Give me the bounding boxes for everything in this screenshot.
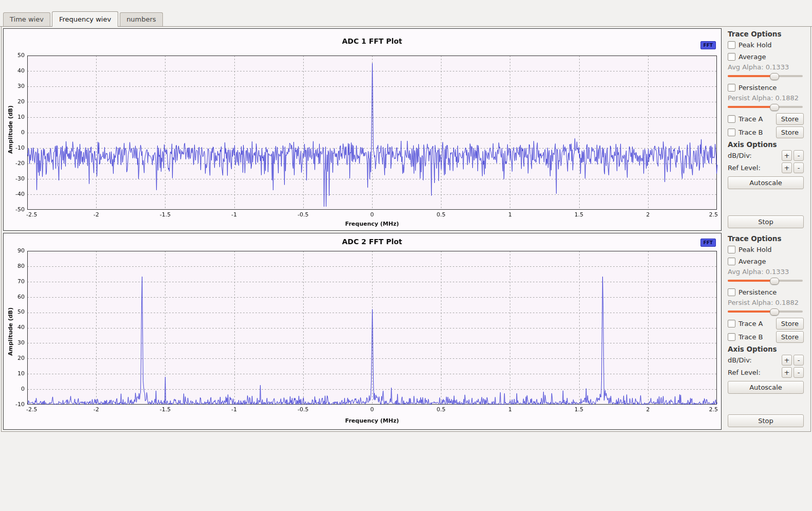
adc2-trace-panel: Trace Options Peak Hold Average Avg Alph…	[725, 233, 807, 430]
ref-level-row: Ref Level: + -	[728, 162, 804, 173]
adc2-plot-title: ADC 2 FFT Plot	[27, 238, 717, 246]
persistence-label: Persistence	[739, 288, 777, 296]
avg-alpha-slider[interactable]	[728, 72, 803, 80]
adc2-plot-panel: ADC 2 FFT Plot FFT Amplitude (dB) Freque…	[3, 233, 722, 430]
slider-fill	[728, 311, 774, 313]
trace-a-store-button[interactable]: Store	[776, 113, 804, 125]
peak-hold-row: Peak Hold	[728, 40, 804, 50]
stop-row: Stop	[728, 215, 804, 228]
db-div-minus-button[interactable]: -	[793, 355, 804, 366]
tab-bar: Time wiev Frequency wiev numbers	[0, 0, 812, 27]
persist-alpha-label: Persist Alpha: 0.1882	[728, 299, 804, 306]
axis-options-title: Axis Options	[728, 344, 804, 353]
avg-alpha-label: Avg Alpha: 0.1333	[728, 268, 804, 276]
stop-button[interactable]: Stop	[728, 215, 804, 228]
ref-level-minus-button[interactable]: -	[793, 367, 804, 378]
empty-bottom-area	[0, 432, 812, 507]
persistence-label: Persistence	[739, 84, 777, 92]
persistence-checkbox[interactable]	[728, 288, 735, 296]
trace-b-row: Trace B Store	[728, 126, 804, 138]
axis-options-title: Axis Options	[728, 140, 804, 149]
adc1-plot-title: ADC 1 FFT Plot	[27, 37, 717, 45]
trace-b-checkbox[interactable]	[728, 129, 735, 136]
adc2-y-axis-label: Amplitude (dB)	[7, 307, 14, 356]
trace-a-store-button[interactable]: Store	[776, 318, 804, 330]
trace-options-title: Trace Options	[728, 234, 804, 243]
average-label: Average	[739, 53, 766, 61]
ref-level-plus-button[interactable]: +	[782, 162, 792, 173]
slider-fill	[728, 106, 774, 108]
persistence-row: Persistence	[728, 82, 804, 93]
trace-a-label: Trace A	[739, 320, 763, 327]
ref-level-label: Ref Level:	[728, 164, 761, 172]
tab-frequency-view[interactable]: Frequency wiev	[52, 11, 118, 27]
adc2-row: ADC 2 FFT Plot FFT Amplitude (dB) Freque…	[3, 233, 809, 430]
slider-handle[interactable]	[770, 73, 779, 80]
trace-a-row: Trace A Store	[728, 318, 804, 330]
peak-hold-label: Peak Hold	[739, 246, 772, 253]
db-div-row: dB/Div: + -	[728, 150, 804, 161]
avg-alpha-label: Avg Alpha: 0.1333	[728, 63, 804, 71]
autoscale-row: Autoscale	[728, 381, 804, 394]
stop-row: Stop	[728, 414, 804, 427]
ref-level-minus-button[interactable]: -	[793, 162, 804, 173]
stop-button[interactable]: Stop	[728, 414, 804, 427]
trace-b-label: Trace B	[739, 333, 763, 341]
slider-handle[interactable]	[770, 278, 779, 285]
db-div-minus-button[interactable]: -	[793, 150, 804, 161]
ref-level-plus-button[interactable]: +	[782, 367, 792, 378]
slider-handle[interactable]	[770, 104, 779, 111]
persist-alpha-label: Persist Alpha: 0.1882	[728, 94, 804, 102]
fft-badge: FFT	[700, 239, 716, 247]
tab-time-view[interactable]: Time wiev	[3, 12, 50, 26]
peak-hold-row: Peak Hold	[728, 244, 804, 254]
average-label: Average	[739, 258, 766, 265]
autoscale-button[interactable]: Autoscale	[728, 381, 804, 394]
adc2-fft-canvas	[4, 233, 721, 429]
average-checkbox[interactable]	[728, 53, 735, 61]
trace-b-row: Trace B Store	[728, 331, 804, 343]
trace-b-checkbox[interactable]	[728, 333, 735, 341]
trace-options-title: Trace Options	[728, 29, 804, 38]
average-checkbox[interactable]	[728, 258, 735, 265]
db-div-plus-button[interactable]: +	[782, 150, 792, 161]
average-row: Average	[728, 256, 804, 266]
fft-badge: FFT	[700, 41, 716, 49]
persist-alpha-slider[interactable]	[728, 308, 803, 315]
frequency-view-page: ADC 1 FFT Plot FFT Amplitude (dB) Freque…	[1, 27, 811, 432]
persistence-checkbox[interactable]	[728, 84, 735, 92]
db-div-label: dB/Div:	[728, 152, 752, 159]
peak-hold-checkbox[interactable]	[728, 246, 735, 253]
ref-level-label: Ref Level:	[728, 369, 761, 376]
trace-a-row: Trace A Store	[728, 113, 804, 125]
db-div-row: dB/Div: + -	[728, 355, 804, 366]
adc1-x-axis-label: Frequency (MHz)	[27, 221, 717, 227]
adc1-y-axis-label: Amplitude (dB)	[7, 105, 14, 154]
peak-hold-checkbox[interactable]	[728, 41, 735, 49]
trace-b-label: Trace B	[739, 129, 763, 136]
db-div-label: dB/Div:	[728, 356, 752, 364]
adc1-trace-panel: Trace Options Peak Hold Average Avg Alph…	[725, 28, 807, 231]
avg-alpha-slider[interactable]	[728, 277, 803, 284]
autoscale-row: Autoscale	[728, 176, 804, 189]
trace-b-store-button[interactable]: Store	[776, 331, 804, 343]
trace-b-store-button[interactable]: Store	[776, 126, 804, 138]
db-div-plus-button[interactable]: +	[782, 355, 792, 366]
adc2-x-axis-label: Frequency (MHz)	[27, 417, 717, 424]
trace-a-checkbox[interactable]	[728, 115, 735, 123]
peak-hold-label: Peak Hold	[739, 41, 772, 49]
slider-handle[interactable]	[770, 308, 779, 316]
slider-fill	[728, 75, 774, 77]
trace-a-checkbox[interactable]	[728, 320, 735, 327]
adc1-fft-canvas	[4, 29, 721, 230]
persistence-row: Persistence	[728, 287, 804, 297]
adc1-plot-panel: ADC 1 FFT Plot FFT Amplitude (dB) Freque…	[3, 28, 722, 231]
persist-alpha-slider[interactable]	[728, 103, 803, 111]
adc1-row: ADC 1 FFT Plot FFT Amplitude (dB) Freque…	[3, 28, 809, 231]
ref-level-row: Ref Level: + -	[728, 367, 804, 378]
average-row: Average	[728, 51, 804, 62]
autoscale-button[interactable]: Autoscale	[728, 176, 804, 189]
trace-a-label: Trace A	[739, 115, 763, 123]
slider-fill	[728, 280, 774, 282]
tab-numbers[interactable]: numbers	[120, 12, 163, 26]
